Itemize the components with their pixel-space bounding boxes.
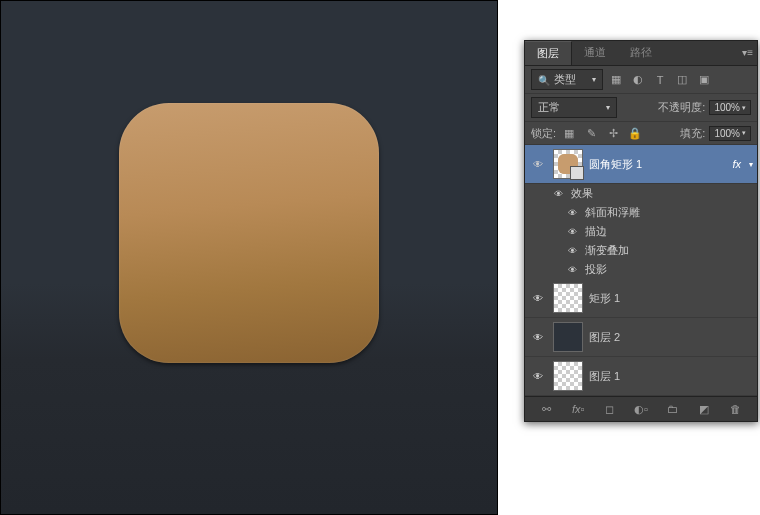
opacity-value: 100% (714, 102, 740, 113)
visibility-toggle[interactable]: 👁 (551, 189, 565, 199)
lock-row: 锁定: ▦ ✎ ✢ 🔒 填充: 100% ▾ (525, 122, 757, 145)
panel-menu-icon[interactable]: ▾≡ (742, 47, 753, 58)
kind-filter-dropdown[interactable]: 类型 ▾ (531, 69, 603, 90)
lock-pixels-icon[interactable]: ✎ (582, 125, 600, 141)
lock-position-icon[interactable]: ✢ (604, 125, 622, 141)
filter-adjustment-icon[interactable]: ◐ (629, 72, 647, 88)
effect-label: 渐变叠加 (585, 243, 629, 258)
lock-all-icon[interactable]: 🔒 (626, 125, 644, 141)
layer-thumbnail[interactable] (553, 283, 583, 313)
layer-name-label: 图层 2 (589, 330, 753, 345)
chevron-down-icon: ▾ (742, 129, 746, 137)
opacity-input[interactable]: 100% ▾ (709, 100, 751, 115)
lock-transparency-icon[interactable]: ▦ (560, 125, 578, 141)
visibility-toggle[interactable]: 👁 (565, 246, 579, 256)
vector-mask-icon (570, 166, 584, 180)
visibility-toggle[interactable]: 👁 (529, 159, 547, 170)
filter-type-icon[interactable]: T (651, 72, 669, 88)
visibility-toggle[interactable]: 👁 (529, 332, 547, 343)
chevron-down-icon: ▾ (742, 104, 746, 112)
layer-list: 👁 圆角矩形 1 fx ▾ 👁 效果 👁 斜面和浮雕 👁 描边 👁 渐变叠加 � (525, 145, 757, 396)
canvas-area (0, 0, 498, 515)
effect-bevel[interactable]: 👁 斜面和浮雕 (525, 203, 757, 222)
filter-shape-icon[interactable]: ◫ (673, 72, 691, 88)
fill-input[interactable]: 100% ▾ (709, 126, 751, 141)
effect-stroke[interactable]: 👁 描边 (525, 222, 757, 241)
effects-header[interactable]: 👁 效果 (525, 184, 757, 203)
chevron-down-icon: ▾ (592, 75, 596, 84)
blend-mode-dropdown[interactable]: 正常 ▾ (531, 97, 617, 118)
effect-drop-shadow[interactable]: 👁 投影 (525, 260, 757, 279)
tab-paths[interactable]: 路径 (618, 41, 664, 65)
group-icon[interactable]: 🗀 (663, 401, 681, 417)
kind-filter-label: 类型 (554, 72, 576, 87)
chevron-down-icon[interactable]: ▾ (749, 160, 753, 169)
rounded-rect-shape (119, 103, 379, 363)
visibility-toggle[interactable]: 👁 (529, 293, 547, 304)
opacity-label: 不透明度: (658, 100, 705, 115)
layers-panel: 图层 通道 路径 ▾≡ 类型 ▾ ▦ ◐ T ◫ ▣ 正常 ▾ 不透明度: 10… (524, 40, 758, 422)
panel-tabs: 图层 通道 路径 ▾≡ (525, 41, 757, 66)
link-layers-icon[interactable]: ⚯ (538, 401, 556, 417)
layer-style-icon[interactable]: fx▫ (569, 401, 587, 417)
tab-channels[interactable]: 通道 (572, 41, 618, 65)
visibility-toggle[interactable]: 👁 (565, 265, 579, 275)
layer-row-rect[interactable]: 👁 矩形 1 (525, 279, 757, 318)
visibility-toggle[interactable]: 👁 (565, 208, 579, 218)
visibility-toggle[interactable]: 👁 (565, 227, 579, 237)
fill-value: 100% (714, 128, 740, 139)
chevron-down-icon: ▾ (606, 103, 610, 112)
fill-label: 填充: (680, 126, 705, 141)
effect-label: 投影 (585, 262, 607, 277)
effect-gradient-overlay[interactable]: 👁 渐变叠加 (525, 241, 757, 260)
blend-row: 正常 ▾ 不透明度: 100% ▾ (525, 94, 757, 122)
layer-row-layer1[interactable]: 👁 图层 1 (525, 357, 757, 396)
effect-label: 描边 (585, 224, 607, 239)
layer-mask-icon[interactable]: ◻ (601, 401, 619, 417)
fx-badge[interactable]: fx (732, 158, 741, 170)
layer-thumbnail[interactable] (553, 149, 583, 179)
layer-row-rounded-rect[interactable]: 👁 圆角矩形 1 fx ▾ (525, 145, 757, 184)
delete-layer-icon[interactable]: 🗑 (726, 401, 744, 417)
layer-name-label: 圆角矩形 1 (589, 157, 726, 172)
effects-label: 效果 (571, 186, 593, 201)
effect-label: 斜面和浮雕 (585, 205, 640, 220)
panel-footer: ⚯ fx▫ ◻ ◐▫ 🗀 ◩ 🗑 (525, 396, 757, 421)
visibility-toggle[interactable]: 👁 (529, 371, 547, 382)
search-icon (538, 74, 550, 86)
blend-mode-label: 正常 (538, 100, 560, 115)
lock-label: 锁定: (531, 126, 556, 141)
adjustment-layer-icon[interactable]: ◐▫ (632, 401, 650, 417)
layer-row-layer2[interactable]: 👁 图层 2 (525, 318, 757, 357)
filter-pixel-icon[interactable]: ▦ (607, 72, 625, 88)
layer-name-label: 图层 1 (589, 369, 753, 384)
filter-smart-icon[interactable]: ▣ (695, 72, 713, 88)
layer-name-label: 矩形 1 (589, 291, 753, 306)
new-layer-icon[interactable]: ◩ (695, 401, 713, 417)
layer-thumbnail[interactable] (553, 361, 583, 391)
tab-layers[interactable]: 图层 (525, 41, 572, 65)
filter-row: 类型 ▾ ▦ ◐ T ◫ ▣ (525, 66, 757, 94)
layer-thumbnail[interactable] (553, 322, 583, 352)
